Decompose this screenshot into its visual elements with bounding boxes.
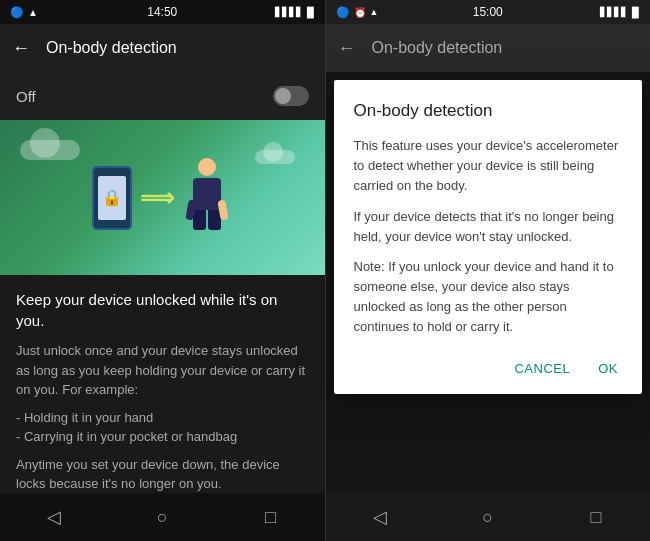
person-legs — [193, 210, 221, 230]
status-right-icons: ▋▋▋▋ ▉ — [275, 7, 315, 18]
dialog-para2: If your device detects that it's no long… — [354, 207, 623, 247]
person-figure — [182, 158, 232, 238]
left-content: Keep your device unlocked while it's on … — [0, 275, 325, 493]
battery-icon: ▉ — [307, 7, 315, 18]
left-bottom-nav: ◁ ○ □ — [0, 493, 325, 541]
person-arm-right — [218, 199, 229, 220]
person-head — [198, 158, 216, 176]
right-bottom-nav: ◁ ○ □ — [326, 493, 651, 541]
right-recents-nav[interactable]: □ — [566, 497, 626, 537]
left-content-para1: Just unlock once and your device stays u… — [16, 341, 309, 400]
left-illustration: 🔒 ⟹ — [0, 120, 325, 275]
cloud-left — [20, 140, 80, 160]
left-content-list: - Holding it in your hand - Carrying it … — [16, 408, 309, 447]
left-home-nav[interactable]: ○ — [132, 497, 192, 537]
right-signal-icon: ▋▋▋▋ — [600, 7, 628, 17]
left-panel: 🔵 ▲ 14:50 ▋▋▋▋ ▉ ← On-body detection Off… — [0, 0, 325, 541]
left-toggle-switch[interactable] — [273, 86, 309, 106]
left-top-bar: ← On-body detection — [0, 24, 325, 72]
right-back-button[interactable]: ← — [338, 38, 356, 59]
right-panel: 🔵 ⏰ ▲ 15:00 ▋▋▋▋ ▉ ← On-body detection O… — [326, 0, 651, 541]
signal-icon: ▋▋▋▋ — [275, 7, 303, 17]
right-status-bar: 🔵 ⏰ ▲ 15:00 ▋▋▋▋ ▉ — [326, 0, 651, 24]
status-left-icons: 🔵 ▲ — [10, 6, 38, 19]
left-back-button[interactable]: ← — [12, 38, 30, 59]
bluetooth-icon: 🔵 — [10, 6, 24, 19]
dialog-title: On-body detection — [354, 100, 623, 122]
right-alarm-icon: ⏰ — [354, 7, 366, 18]
illustration-content: 🔒 ⟹ — [92, 158, 232, 238]
dialog-actions: CANCEL OK — [354, 351, 623, 382]
left-toggle-row: Off — [0, 72, 325, 120]
right-bluetooth-icon: 🔵 — [336, 6, 350, 19]
right-status-left: 🔵 ⏰ ▲ — [336, 6, 379, 19]
right-battery-icon: ▉ — [632, 7, 640, 18]
right-status-right: ▋▋▋▋ ▉ — [600, 7, 640, 18]
dialog-body: This feature uses your device's accelero… — [354, 136, 623, 337]
person-body — [193, 178, 221, 210]
right-screen-title: On-body detection — [372, 39, 503, 57]
left-time: 14:50 — [147, 5, 177, 19]
left-content-para2: Anytime you set your device down, the de… — [16, 455, 309, 494]
cancel-button[interactable]: CANCEL — [510, 355, 574, 382]
right-back-nav[interactable]: ◁ — [350, 497, 410, 537]
dialog-para3: Note: If you unlock your device and hand… — [354, 257, 623, 338]
left-back-nav[interactable]: ◁ — [24, 497, 84, 537]
dialog-overlay: On-body detection This feature uses your… — [326, 72, 651, 493]
left-screen-title: On-body detection — [46, 39, 177, 57]
lock-icon: 🔒 — [102, 188, 122, 207]
left-recents-nav[interactable]: □ — [240, 497, 300, 537]
phone-icon: 🔒 — [92, 166, 132, 230]
phone-screen: 🔒 — [98, 176, 126, 220]
left-toggle-label: Off — [16, 88, 36, 105]
wifi-icon: ▲ — [28, 7, 38, 18]
signal-arrow: ⟹ — [140, 184, 174, 212]
dialog-para1: This feature uses your device's accelero… — [354, 136, 623, 196]
left-content-heading: Keep your device unlocked while it's on … — [16, 289, 309, 331]
right-wifi-icon: ▲ — [370, 7, 379, 17]
right-top-bar: ← On-body detection — [326, 24, 651, 72]
cloud-right — [255, 150, 295, 164]
right-time: 15:00 — [473, 5, 503, 19]
right-home-nav[interactable]: ○ — [458, 497, 518, 537]
left-status-bar: 🔵 ▲ 14:50 ▋▋▋▋ ▉ — [0, 0, 325, 24]
ok-button[interactable]: OK — [594, 355, 622, 382]
dialog: On-body detection This feature uses your… — [334, 80, 643, 394]
person-leg-left — [193, 210, 206, 230]
